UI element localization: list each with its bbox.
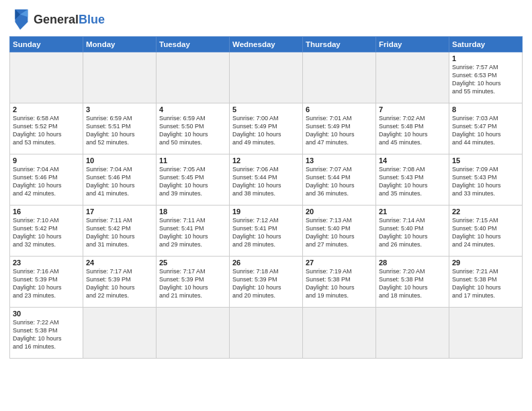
day-info: Sunrise: 7:13 AM Sunset: 5:40 PM Dayligh… bbox=[306, 216, 373, 249]
generalblue-logo-icon bbox=[9, 8, 31, 32]
weekday-header-monday: Monday bbox=[83, 37, 157, 52]
day-info: Sunrise: 7:17 AM Sunset: 5:39 PM Dayligh… bbox=[159, 267, 226, 300]
day-number: 8 bbox=[452, 105, 519, 113]
calendar-cell: 13Sunrise: 7:07 AM Sunset: 5:44 PM Dayli… bbox=[303, 154, 376, 205]
calendar-cell: 21Sunrise: 7:14 AM Sunset: 5:40 PM Dayli… bbox=[376, 205, 449, 257]
day-info: Sunrise: 7:22 AM Sunset: 5:38 PM Dayligh… bbox=[13, 318, 80, 351]
weekday-header-saturday: Saturday bbox=[449, 37, 523, 52]
calendar-cell: 8Sunrise: 7:03 AM Sunset: 5:47 PM Daylig… bbox=[449, 103, 523, 154]
day-number: 15 bbox=[452, 156, 519, 165]
calendar-cell bbox=[376, 52, 449, 103]
calendar-cell: 6Sunrise: 7:01 AM Sunset: 5:49 PM Daylig… bbox=[303, 103, 376, 154]
day-info: Sunrise: 7:21 AM Sunset: 5:38 PM Dayligh… bbox=[452, 267, 519, 300]
week-row-4: 23Sunrise: 7:16 AM Sunset: 5:39 PM Dayli… bbox=[10, 257, 523, 308]
calendar-cell bbox=[449, 308, 523, 359]
day-number: 5 bbox=[232, 105, 300, 113]
calendar-table: SundayMondayTuesdayWednesdayThursdayFrid… bbox=[9, 36, 523, 359]
calendar-cell: 24Sunrise: 7:17 AM Sunset: 5:39 PM Dayli… bbox=[83, 257, 157, 308]
calendar-cell bbox=[157, 52, 230, 103]
day-number: 27 bbox=[306, 259, 373, 267]
weekday-header-tuesday: Tuesday bbox=[157, 37, 230, 52]
day-info: Sunrise: 7:12 AM Sunset: 5:41 PM Dayligh… bbox=[232, 216, 300, 249]
calendar-cell bbox=[230, 308, 303, 359]
calendar-cell: 12Sunrise: 7:06 AM Sunset: 5:44 PM Dayli… bbox=[230, 154, 303, 205]
day-number: 2 bbox=[13, 105, 80, 113]
logo-text: GeneralBlue bbox=[34, 13, 105, 27]
day-info: Sunrise: 7:10 AM Sunset: 5:42 PM Dayligh… bbox=[13, 216, 80, 249]
day-info: Sunrise: 7:16 AM Sunset: 5:39 PM Dayligh… bbox=[13, 267, 80, 300]
calendar-cell: 1Sunrise: 7:57 AM Sunset: 6:53 PM Daylig… bbox=[449, 52, 523, 103]
calendar-cell: 25Sunrise: 7:17 AM Sunset: 5:39 PM Dayli… bbox=[157, 257, 230, 308]
day-info: Sunrise: 7:11 AM Sunset: 5:41 PM Dayligh… bbox=[159, 216, 226, 249]
day-number: 12 bbox=[232, 156, 300, 165]
calendar-cell: 20Sunrise: 7:13 AM Sunset: 5:40 PM Dayli… bbox=[303, 205, 376, 257]
weekday-header-row: SundayMondayTuesdayWednesdayThursdayFrid… bbox=[10, 37, 523, 52]
calendar-cell: 26Sunrise: 7:18 AM Sunset: 5:39 PM Dayli… bbox=[230, 257, 303, 308]
logo-area: GeneralBlue bbox=[9, 7, 105, 32]
day-info: Sunrise: 7:03 AM Sunset: 5:47 PM Dayligh… bbox=[452, 114, 519, 147]
day-number: 1 bbox=[452, 54, 519, 62]
logo-line2: Blue bbox=[79, 13, 105, 26]
day-info: Sunrise: 7:09 AM Sunset: 5:43 PM Dayligh… bbox=[452, 165, 519, 198]
day-number: 10 bbox=[86, 156, 153, 165]
day-info: Sunrise: 7:02 AM Sunset: 5:48 PM Dayligh… bbox=[379, 114, 446, 147]
day-info: Sunrise: 7:08 AM Sunset: 5:43 PM Dayligh… bbox=[379, 165, 446, 198]
calendar-cell: 17Sunrise: 7:11 AM Sunset: 5:42 PM Dayli… bbox=[83, 205, 157, 257]
week-row-2: 9Sunrise: 7:04 AM Sunset: 5:46 PM Daylig… bbox=[10, 154, 523, 205]
calendar-cell bbox=[303, 308, 376, 359]
calendar-cell: 22Sunrise: 7:15 AM Sunset: 5:40 PM Dayli… bbox=[449, 205, 523, 257]
logo-line1: General bbox=[34, 13, 79, 26]
day-info: Sunrise: 7:11 AM Sunset: 5:42 PM Dayligh… bbox=[86, 216, 153, 249]
calendar-cell: 16Sunrise: 7:10 AM Sunset: 5:42 PM Dayli… bbox=[10, 205, 83, 257]
day-number: 19 bbox=[232, 208, 300, 216]
weekday-header-friday: Friday bbox=[376, 37, 449, 52]
calendar-cell: 9Sunrise: 7:04 AM Sunset: 5:46 PM Daylig… bbox=[10, 154, 83, 205]
header: GeneralBlue bbox=[9, 7, 523, 32]
calendar-cell bbox=[230, 52, 303, 103]
calendar-cell bbox=[83, 52, 157, 103]
day-number: 14 bbox=[379, 156, 446, 165]
calendar-cell bbox=[303, 52, 376, 103]
day-number: 30 bbox=[13, 310, 80, 318]
day-number: 6 bbox=[306, 105, 373, 113]
calendar-cell: 4Sunrise: 6:59 AM Sunset: 5:50 PM Daylig… bbox=[157, 103, 230, 154]
day-number: 3 bbox=[86, 105, 153, 113]
calendar-cell: 18Sunrise: 7:11 AM Sunset: 5:41 PM Dayli… bbox=[157, 205, 230, 257]
day-number: 24 bbox=[86, 259, 153, 267]
calendar-cell bbox=[157, 308, 230, 359]
day-info: Sunrise: 6:59 AM Sunset: 5:50 PM Dayligh… bbox=[159, 114, 226, 147]
day-info: Sunrise: 7:14 AM Sunset: 5:40 PM Dayligh… bbox=[379, 216, 446, 249]
day-info: Sunrise: 7:01 AM Sunset: 5:49 PM Dayligh… bbox=[306, 114, 373, 147]
calendar-cell: 14Sunrise: 7:08 AM Sunset: 5:43 PM Dayli… bbox=[376, 154, 449, 205]
calendar-cell bbox=[83, 308, 157, 359]
day-number: 17 bbox=[86, 208, 153, 216]
week-row-1: 2Sunrise: 6:58 AM Sunset: 5:52 PM Daylig… bbox=[10, 103, 523, 154]
day-info: Sunrise: 7:04 AM Sunset: 5:46 PM Dayligh… bbox=[13, 165, 80, 198]
week-row-0: 1Sunrise: 7:57 AM Sunset: 6:53 PM Daylig… bbox=[10, 52, 523, 103]
day-number: 9 bbox=[13, 156, 80, 165]
calendar-cell: 23Sunrise: 7:16 AM Sunset: 5:39 PM Dayli… bbox=[10, 257, 83, 308]
day-info: Sunrise: 7:20 AM Sunset: 5:38 PM Dayligh… bbox=[379, 267, 446, 300]
calendar-cell bbox=[376, 308, 449, 359]
weekday-header-sunday: Sunday bbox=[10, 37, 83, 52]
calendar-cell: 2Sunrise: 6:58 AM Sunset: 5:52 PM Daylig… bbox=[10, 103, 83, 154]
calendar-cell: 11Sunrise: 7:05 AM Sunset: 5:45 PM Dayli… bbox=[157, 154, 230, 205]
day-number: 13 bbox=[306, 156, 373, 165]
weekday-header-wednesday: Wednesday bbox=[230, 37, 303, 52]
day-number: 18 bbox=[159, 208, 226, 216]
day-info: Sunrise: 6:58 AM Sunset: 5:52 PM Dayligh… bbox=[13, 114, 80, 147]
day-info: Sunrise: 7:04 AM Sunset: 5:46 PM Dayligh… bbox=[86, 165, 153, 198]
calendar-cell: 19Sunrise: 7:12 AM Sunset: 5:41 PM Dayli… bbox=[230, 205, 303, 257]
day-info: Sunrise: 7:06 AM Sunset: 5:44 PM Dayligh… bbox=[232, 165, 300, 198]
day-info: Sunrise: 7:18 AM Sunset: 5:39 PM Dayligh… bbox=[232, 267, 300, 300]
week-row-3: 16Sunrise: 7:10 AM Sunset: 5:42 PM Dayli… bbox=[10, 205, 523, 257]
day-info: Sunrise: 7:00 AM Sunset: 5:49 PM Dayligh… bbox=[232, 114, 300, 147]
day-number: 20 bbox=[306, 208, 373, 216]
day-info: Sunrise: 7:19 AM Sunset: 5:38 PM Dayligh… bbox=[306, 267, 373, 300]
calendar-cell: 27Sunrise: 7:19 AM Sunset: 5:38 PM Dayli… bbox=[303, 257, 376, 308]
weekday-header-thursday: Thursday bbox=[303, 37, 376, 52]
day-number: 16 bbox=[13, 208, 80, 216]
day-number: 7 bbox=[379, 105, 446, 113]
calendar-cell: 15Sunrise: 7:09 AM Sunset: 5:43 PM Dayli… bbox=[449, 154, 523, 205]
day-info: Sunrise: 7:07 AM Sunset: 5:44 PM Dayligh… bbox=[306, 165, 373, 198]
